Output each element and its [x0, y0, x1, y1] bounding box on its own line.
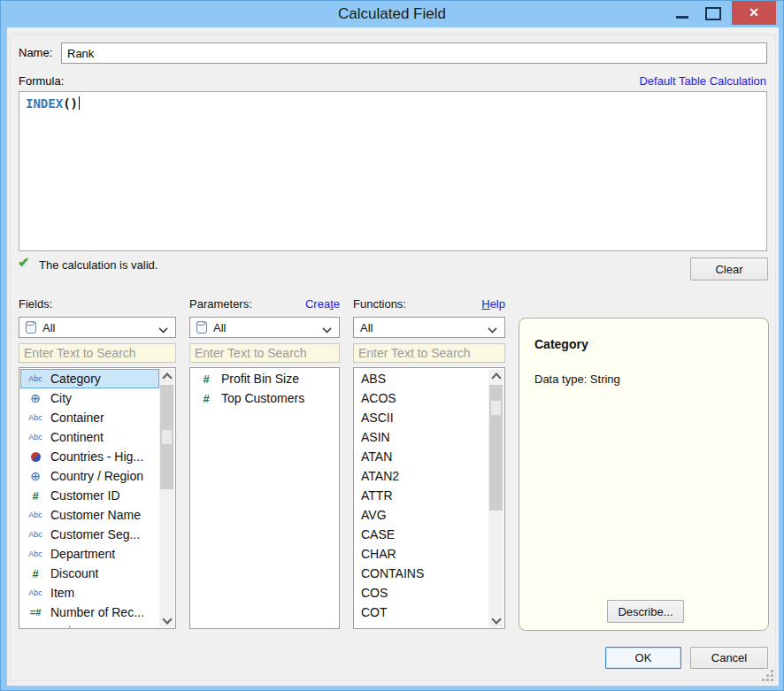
field-item[interactable]: Customer Seg...: [20, 525, 159, 544]
function-label: ASCII: [361, 411, 394, 425]
field-item[interactable]: Number of Rec...: [20, 603, 159, 622]
field-label: Discount: [50, 566, 98, 580]
parameters-label: Parameters:: [189, 297, 252, 311]
fields-scrollbar[interactable]: [159, 369, 174, 627]
dialog-content: Name: Formula: Default Table Calculation…: [7, 27, 779, 686]
fields-filter-dropdown[interactable]: All: [19, 317, 176, 338]
name-input[interactable]: [61, 42, 767, 64]
function-label: ASIN: [361, 430, 390, 444]
field-item[interactable]: City: [20, 388, 159, 408]
function-item[interactable]: COS: [355, 583, 488, 603]
function-label: COUNT: [361, 625, 405, 627]
function-label: ABS: [361, 372, 386, 386]
field-item[interactable]: Department: [20, 544, 159, 564]
scroll-down-icon[interactable]: [488, 612, 503, 627]
field-label: Continent: [50, 430, 104, 444]
functions-scrollbar[interactable]: [488, 369, 503, 627]
cancel-button[interactable]: Cancel: [690, 647, 768, 669]
function-item[interactable]: ACOS: [355, 388, 488, 408]
functions-rows: ABS ACOS ASCII ASIN ATAN ATAN2 ATTR: [355, 369, 488, 627]
function-item[interactable]: CASE: [355, 525, 488, 544]
function-item[interactable]: COT: [355, 603, 488, 622]
functions-label: Functions:: [353, 297, 406, 311]
name-label: Name:: [19, 46, 52, 59]
parameters-search-input[interactable]: [189, 343, 340, 363]
field-type-icon: [20, 530, 50, 539]
field-details-panel: Category Data type: String Describe...: [519, 318, 769, 631]
function-item[interactable]: ATAN2: [355, 466, 488, 486]
formula-args: (): [63, 96, 78, 111]
function-item[interactable]: ATAN: [355, 447, 488, 466]
field-item[interactable]: Discount: [20, 564, 159, 583]
scroll-up-icon[interactable]: [488, 369, 503, 384]
maximize-icon[interactable]: [705, 7, 721, 20]
close-icon[interactable]: [732, 1, 776, 25]
field-item[interactable]: Country / Region: [20, 466, 159, 486]
functions-filter-dropdown[interactable]: All: [353, 317, 505, 338]
parameters-column: Parameters: Create All Profit Bin Size T: [189, 297, 340, 633]
scroll-down-icon[interactable]: [159, 612, 174, 627]
scroll-up-icon[interactable]: [159, 369, 174, 384]
parameter-item[interactable]: Top Customers: [191, 388, 338, 408]
field-item[interactable]: Continent: [20, 427, 159, 447]
resize-grip[interactable]: [762, 670, 774, 682]
scrollbar-gripper: [162, 430, 172, 444]
help-link[interactable]: Help: [481, 297, 505, 311]
chevron-down-icon: [488, 324, 496, 333]
parameters-list: Profit Bin Size Top Customers: [189, 367, 340, 629]
field-label: Order Dat...: [50, 625, 115, 627]
field-type-icon: [20, 392, 50, 404]
field-item[interactable]: Container: [20, 408, 159, 427]
calculated-field-dialog: Calculated Field Name: Formula: Default …: [0, 0, 784, 691]
field-item[interactable]: Order Dat...: [20, 622, 159, 627]
ok-button[interactable]: OK: [605, 647, 681, 669]
field-item[interactable]: Customer ID: [20, 486, 159, 505]
window-title: Calculated Field: [1, 1, 783, 27]
function-item[interactable]: ASCII: [355, 408, 488, 427]
field-label: Number of Rec...: [50, 605, 144, 619]
minimize-icon[interactable]: [676, 16, 688, 19]
text-caret: [79, 96, 80, 110]
datasource-icon: [26, 321, 36, 334]
function-label: CONTAINS: [361, 566, 424, 580]
functions-list: ABS ACOS ASCII ASIN ATAN ATAN2 ATTR: [353, 367, 505, 629]
chevron-down-icon: [322, 324, 331, 333]
functions-column: Functions: Help All ABS ACOS ASCII: [353, 297, 505, 633]
field-label: Customer ID: [50, 488, 120, 503]
fields-search-input[interactable]: [19, 343, 176, 363]
titlebar[interactable]: Calculated Field: [1, 1, 783, 27]
function-label: COT: [361, 605, 388, 619]
field-type-icon: [20, 511, 50, 519]
functions-search-input[interactable]: [353, 343, 505, 363]
field-label: City: [50, 391, 72, 405]
default-table-calculation-link[interactable]: Default Table Calculation: [639, 74, 766, 88]
scrollbar-gripper: [491, 401, 501, 415]
formula-editor[interactable]: INDEX(): [19, 91, 767, 251]
function-item[interactable]: AVG: [355, 505, 488, 525]
function-item[interactable]: ATTR: [355, 486, 488, 505]
function-item[interactable]: ASIN: [355, 427, 488, 447]
field-item[interactable]: Countries - Hig...: [20, 447, 159, 466]
parameter-label: Top Customers: [221, 391, 304, 405]
parameters-rows: Profit Bin Size Top Customers: [191, 369, 338, 627]
parameter-type-icon: [191, 372, 221, 386]
function-item[interactable]: ABS: [355, 369, 488, 388]
field-item[interactable]: Item: [20, 583, 159, 603]
function-item[interactable]: CONTAINS: [355, 564, 488, 583]
parameters-filter-dropdown[interactable]: All: [189, 317, 340, 338]
describe-button[interactable]: Describe...: [607, 600, 684, 623]
clear-button[interactable]: Clear: [690, 257, 768, 280]
scrollbar-thumb[interactable]: [489, 385, 503, 511]
function-item[interactable]: CHAR: [355, 544, 488, 564]
field-label: Customer Seg...: [50, 527, 140, 541]
create-parameter-link[interactable]: Create: [305, 297, 340, 311]
field-item[interactable]: Customer Name: [20, 505, 159, 525]
function-item[interactable]: COUNT: [355, 622, 488, 627]
function-label: CASE: [361, 527, 395, 541]
parameter-item[interactable]: Profit Bin Size: [191, 369, 338, 388]
field-label: Countries - Hig...: [50, 449, 143, 464]
field-item[interactable]: Category: [20, 369, 159, 388]
function-label: CHAR: [361, 547, 396, 561]
field-label: Country / Region: [50, 469, 143, 483]
scrollbar-thumb[interactable]: [160, 385, 173, 489]
